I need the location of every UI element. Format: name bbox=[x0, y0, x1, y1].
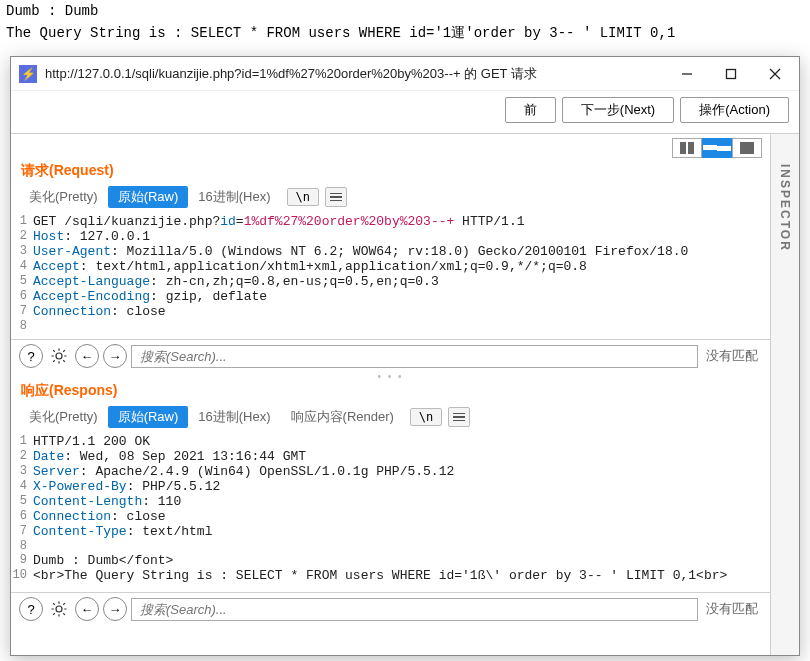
page-output-line2: The Query String is : SELECT * FROM user… bbox=[0, 22, 810, 44]
page-output-line1: Dumb : Dumb bbox=[0, 0, 810, 22]
